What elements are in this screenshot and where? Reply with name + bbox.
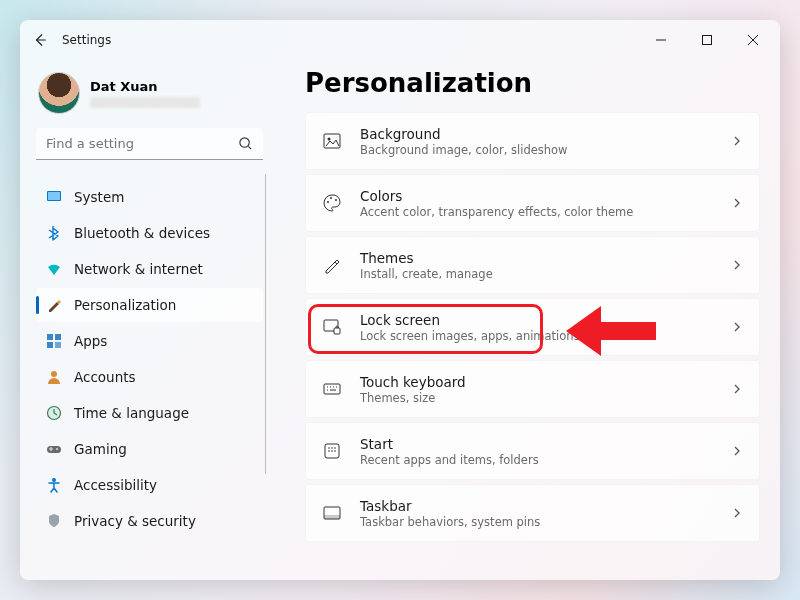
card-taskbar[interactable]: TaskbarTaskbar behaviors, system pins [305, 484, 760, 542]
svg-point-12 [52, 478, 56, 482]
settings-window: Settings Dat Xuan [20, 20, 780, 580]
svg-rect-5 [55, 334, 61, 340]
sidebar-item-label: Personalization [74, 297, 176, 313]
sidebar-item-network[interactable]: Network & internet [36, 252, 263, 286]
gaming-icon [46, 441, 62, 457]
svg-point-26 [331, 450, 333, 452]
sidebar-nav: System Bluetooth & devices Network & int… [36, 180, 263, 538]
chevron-right-icon [731, 321, 743, 333]
minimize-button[interactable] [638, 24, 684, 56]
sidebar-item-gaming[interactable]: Gaming [36, 432, 263, 466]
lock-screen-icon [322, 317, 342, 337]
card-desc: Accent color, transparency effects, colo… [360, 205, 633, 219]
sidebar-item-personalization[interactable]: Personalization [36, 288, 263, 322]
back-arrow-icon [33, 33, 47, 47]
card-desc: Background image, color, slideshow [360, 143, 568, 157]
card-title: Start [360, 436, 539, 452]
svg-point-23 [331, 447, 333, 449]
card-title: Themes [360, 250, 493, 266]
card-desc: Install, create, manage [360, 267, 493, 281]
card-themes[interactable]: ThemesInstall, create, manage [305, 236, 760, 294]
window-controls [638, 24, 776, 56]
svg-rect-4 [47, 334, 53, 340]
taskbar-icon [322, 503, 342, 523]
svg-point-16 [330, 197, 332, 199]
svg-rect-29 [324, 515, 340, 519]
svg-point-11 [56, 448, 58, 450]
accounts-icon [46, 369, 62, 385]
chevron-right-icon [731, 445, 743, 457]
svg-point-15 [327, 201, 329, 203]
window-title: Settings [62, 33, 111, 47]
svg-point-14 [328, 138, 331, 141]
svg-rect-19 [334, 328, 340, 334]
sidebar-item-accessibility[interactable]: Accessibility [36, 468, 263, 502]
sidebar-item-apps[interactable]: Apps [36, 324, 263, 358]
card-title: Taskbar [360, 498, 540, 514]
card-start[interactable]: StartRecent apps and items, folders [305, 422, 760, 480]
avatar [38, 72, 80, 114]
start-icon [322, 441, 342, 461]
personalization-icon [46, 297, 62, 313]
user-name: Dat Xuan [90, 79, 200, 94]
background-icon [322, 131, 342, 151]
card-title: Touch keyboard [360, 374, 466, 390]
sidebar-item-label: Gaming [74, 441, 127, 457]
chevron-right-icon [731, 259, 743, 271]
user-block[interactable]: Dat Xuan [36, 68, 263, 128]
card-desc: Recent apps and items, folders [360, 453, 539, 467]
maximize-icon [702, 35, 712, 45]
maximize-button[interactable] [684, 24, 730, 56]
svg-point-8 [51, 371, 57, 377]
sidebar-item-bluetooth[interactable]: Bluetooth & devices [36, 216, 263, 250]
search-box[interactable] [36, 128, 263, 160]
sidebar-item-label: Time & language [74, 405, 189, 421]
nav-scrollbar[interactable] [265, 174, 266, 474]
card-colors[interactable]: ColorsAccent color, transparency effects… [305, 174, 760, 232]
card-touch-keyboard[interactable]: Touch keyboardThemes, size [305, 360, 760, 418]
apps-icon [46, 333, 62, 349]
sidebar-item-label: Accounts [74, 369, 136, 385]
network-icon [46, 261, 62, 277]
svg-point-24 [334, 447, 336, 449]
svg-rect-0 [703, 36, 712, 45]
sidebar-item-label: Network & internet [74, 261, 203, 277]
svg-point-27 [334, 450, 336, 452]
card-title: Lock screen [360, 312, 580, 328]
back-button[interactable] [24, 24, 56, 56]
card-desc: Taskbar behaviors, system pins [360, 515, 540, 529]
search-icon [238, 136, 253, 151]
svg-rect-7 [55, 342, 61, 348]
svg-rect-3 [48, 192, 60, 200]
chevron-right-icon [731, 383, 743, 395]
bluetooth-icon [46, 225, 62, 241]
privacy-icon [46, 513, 62, 529]
sidebar-item-privacy[interactable]: Privacy & security [36, 504, 263, 538]
system-icon [46, 189, 62, 205]
user-email [90, 97, 200, 108]
time-icon [46, 405, 62, 421]
sidebar-item-time[interactable]: Time & language [36, 396, 263, 430]
card-lock-screen[interactable]: Lock screenLock screen images, apps, ani… [305, 298, 760, 356]
close-button[interactable] [730, 24, 776, 56]
minimize-icon [656, 35, 666, 45]
svg-point-22 [328, 447, 330, 449]
sidebar-item-label: Bluetooth & devices [74, 225, 210, 241]
titlebar: Settings [20, 20, 780, 60]
sidebar-item-label: System [74, 189, 124, 205]
svg-point-17 [335, 199, 337, 201]
sidebar: Dat Xuan System Bluetooth & devices [20, 60, 275, 580]
sidebar-item-accounts[interactable]: Accounts [36, 360, 263, 394]
sidebar-item-label: Apps [74, 333, 107, 349]
svg-point-1 [240, 138, 249, 147]
settings-list: BackgroundBackground image, color, slide… [305, 112, 760, 542]
chevron-right-icon [731, 135, 743, 147]
sidebar-item-label: Privacy & security [74, 513, 196, 529]
card-background[interactable]: BackgroundBackground image, color, slide… [305, 112, 760, 170]
card-desc: Themes, size [360, 391, 466, 405]
sidebar-item-system[interactable]: System [36, 180, 263, 214]
touch-keyboard-icon [322, 379, 342, 399]
accessibility-icon [46, 477, 62, 493]
sidebar-item-label: Accessibility [74, 477, 157, 493]
search-input[interactable] [36, 128, 263, 160]
